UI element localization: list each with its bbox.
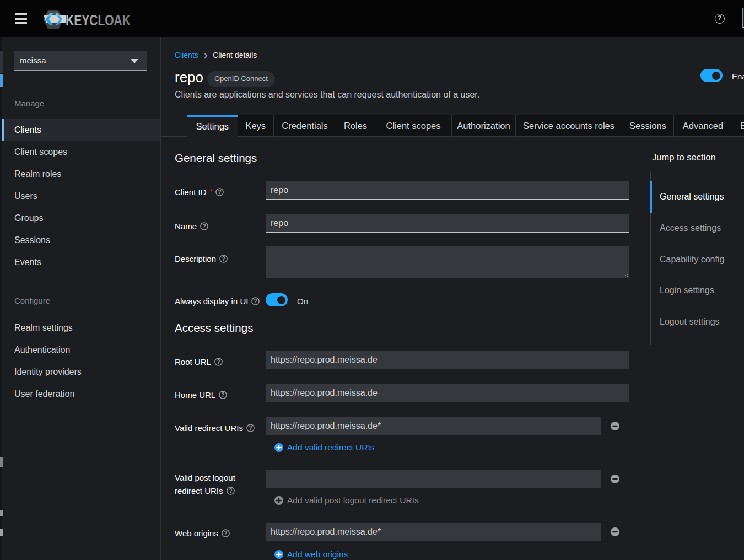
svg-text:?: ? — [229, 488, 232, 494]
svg-text:?: ? — [218, 189, 222, 195]
svg-text:?: ? — [249, 425, 252, 431]
svg-text:?: ? — [222, 256, 225, 262]
svg-text:?: ? — [217, 359, 220, 365]
svg-text:?: ? — [254, 298, 257, 304]
svg-text:KEYCLOAK: KEYCLOAK — [66, 12, 131, 29]
svg-text:?: ? — [202, 223, 206, 229]
svg-text:?: ? — [224, 530, 227, 536]
svg-text:?: ? — [222, 392, 225, 398]
